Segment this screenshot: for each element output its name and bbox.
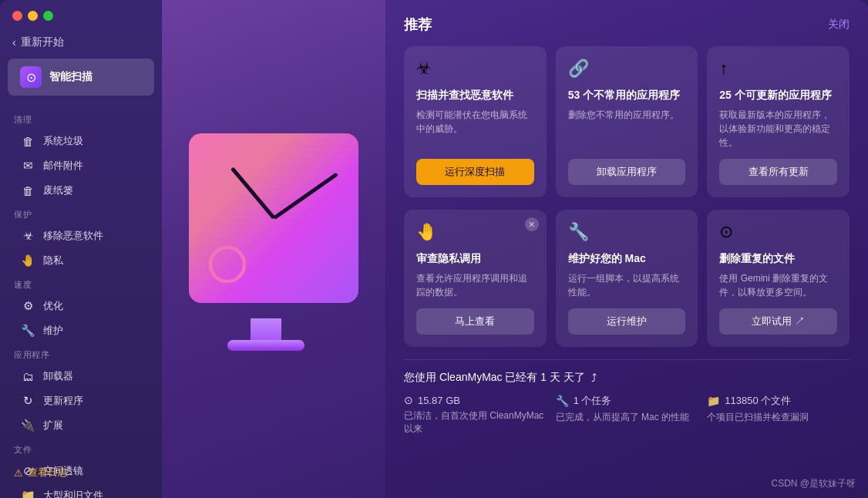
try-now-button[interactable]: 立即试用 ↗ [719, 308, 837, 335]
clock-hand-1 [230, 167, 274, 219]
trash2-icon: 🗑 [20, 184, 35, 197]
main-panel: 推荐 关闭 ☣ 扫描并查找恶意软件 检测可能潜伏在您电脑系统中的威胁。 运行深度… [385, 0, 868, 498]
sidebar-item-label-trash: 系统垃圾 [43, 134, 83, 148]
sidebar-item-label-large-files: 大型和旧文件 [43, 489, 103, 498]
duplicates-card-icon: ⊙ [719, 222, 837, 242]
section-label-apps: 应用程序 [0, 343, 162, 364]
minimize-button[interactable] [28, 11, 38, 21]
stat-tasks-desc: 已完成，从而提高了 Mac 的性能 [556, 411, 698, 424]
stat-tasks: 🔧 1 个任务 已完成，从而提高了 Mac 的性能 [556, 394, 698, 436]
sidebar-item-maintain[interactable]: 🔧 维护 [6, 318, 156, 343]
back-button[interactable]: ‹ 重新开始 [0, 31, 162, 54]
view-all-updates-button[interactable]: 查看所有更新 [719, 159, 837, 185]
sidebar-item-label-privacy: 隐私 [43, 254, 63, 268]
update-icon: ↻ [20, 394, 35, 408]
updatable-desc: 获取最新版本的应用程序，以体验新功能和更高的稳定性。 [719, 108, 837, 150]
card-privacy-review: ✕ 🤚 审查隐私调用 查看允许应用程序调用和追踪的数据。 马上查看 [404, 210, 547, 347]
stat-storage-desc: 已清洁，自首次使用 CleanMyMac 以来 [404, 409, 547, 436]
maintain-icon: 🔧 [20, 324, 35, 338]
sidebar-item-privacy[interactable]: 🤚 隐私 [6, 248, 156, 273]
back-arrow-icon: ‹ [12, 36, 16, 49]
mail-icon: ✉ [20, 159, 35, 173]
unused-apps-title: 53 个不常用的应用程序 [568, 88, 686, 102]
back-button-label: 重新开始 [21, 35, 64, 49]
stat-tasks-value: 1 个任务 [574, 394, 612, 408]
sidebar-item-label-maintain: 维护 [43, 324, 63, 338]
sidebar-item-label-extensions: 扩展 [43, 419, 63, 432]
stat-files-desc: 个项目已扫描并检查漏洞 [707, 411, 849, 424]
privacy-card-icon: 🤚 [416, 222, 534, 242]
card-close-icon[interactable]: ✕ [525, 217, 539, 231]
watermark: CSDN @是软妹子呀 [771, 477, 856, 490]
cards-row-2: ✕ 🤚 审查隐私调用 查看允许应用程序调用和追踪的数据。 马上查看 🔧 维护好您… [404, 210, 849, 347]
stat-storage-value: 15.87 GB [418, 395, 460, 406]
storage-icon: ⊙ [404, 394, 413, 406]
sidebar-item-malware[interactable]: ☣ 移除恶意软件 [6, 224, 156, 248]
trash-icon: 🗑 [20, 135, 35, 148]
section-label-protect: 保护 [0, 203, 162, 224]
card-maintain-mac: 🔧 维护好您的 Mac 运行一组脚本，以提高系统性能。 运行维护 [556, 210, 698, 347]
stat-files-value: 113850 个文件 [725, 394, 791, 408]
sidebar-item-extensions[interactable]: 🔌 扩展 [6, 413, 156, 438]
imac-stand [251, 318, 281, 342]
maintain-card-title: 维护好您的 Mac [568, 251, 686, 265]
sidebar-item-trash2[interactable]: 🗑 废纸篓 [6, 178, 156, 203]
run-maintenance-button[interactable]: 运行维护 [568, 308, 686, 335]
stat-storage-header: ⊙ 15.87 GB [404, 394, 547, 406]
large-files-icon: 📁 [20, 489, 35, 498]
section-label-clean: 清理 [0, 108, 162, 129]
view-log-button[interactable]: ⚠ 查看日志 [0, 459, 162, 486]
smart-scan-icon: ⊙ [20, 66, 42, 88]
card-updatable-apps: ↑ 25 个可更新的应用程序 获取最新版本的应用程序，以体验新功能和更高的稳定性… [707, 46, 849, 197]
center-illustration [162, 0, 385, 498]
maximize-button[interactable] [43, 11, 53, 21]
card-remove-duplicates: ⊙ 删除重复的文件 使用 Gemini 删除重复的文件，以释放更多空间。 立即试… [707, 210, 849, 347]
stat-storage: ⊙ 15.87 GB 已清洁，自首次使用 CleanMyMac 以来 [404, 394, 547, 436]
sidebar-item-uninstall[interactable]: 🗂 卸载器 [6, 364, 156, 389]
cards-row-1: ☣ 扫描并查找恶意软件 检测可能潜伏在您电脑系统中的威胁。 运行深度扫描 🔗 5… [404, 46, 849, 197]
privacy-card-desc: 查看允许应用程序调用和追踪的数据。 [416, 271, 534, 299]
uninstall-icon: 🗂 [20, 370, 35, 383]
main-title: 推荐 [404, 15, 432, 34]
clock-hand-2 [273, 173, 338, 220]
sidebar-item-trash[interactable]: 🗑 系统垃圾 [6, 129, 156, 153]
imac-screen [189, 133, 358, 303]
close-button[interactable]: 关闭 [828, 18, 849, 32]
malware-card-icon: ☣ [416, 59, 534, 79]
duplicates-card-title: 删除重复的文件 [719, 251, 837, 265]
unused-apps-desc: 删除您不常用的应用程序。 [568, 108, 686, 150]
privacy-icon: 🤚 [20, 254, 35, 268]
sidebar-item-smart-scan[interactable]: ⊙ 智能扫描 [8, 59, 154, 96]
card-unused-apps: 🔗 53 个不常用的应用程序 删除您不常用的应用程序。 卸载应用程序 [556, 46, 698, 197]
duplicates-card-desc: 使用 Gemini 删除重复的文件，以释放更多空间。 [719, 271, 837, 299]
check-now-button[interactable]: 马上查看 [416, 308, 534, 335]
close-button[interactable] [12, 11, 22, 21]
sidebar-item-label-mail: 邮件附件 [43, 159, 83, 173]
log-label: 查看日志 [28, 466, 68, 479]
maintain-card-desc: 运行一组脚本，以提高系统性能。 [568, 271, 686, 299]
sidebar-item-update[interactable]: ↻ 更新程序 [6, 389, 156, 413]
sidebar-item-optimize[interactable]: ⚙ 优化 [6, 294, 156, 318]
sidebar-item-label-uninstall: 卸载器 [43, 369, 73, 383]
malware-card-title: 扫描并查找恶意软件 [416, 88, 534, 102]
sidebar-item-label-malware: 移除恶意软件 [43, 229, 103, 243]
section-label-speed: 速度 [0, 273, 162, 294]
sidebar: ‹ 重新开始 ⊙ 智能扫描 清理 🗑 系统垃圾 ✉ 邮件附件 🗑 废纸篓 保护 … [0, 0, 162, 498]
run-deep-scan-button[interactable]: 运行深度扫描 [416, 159, 534, 185]
sidebar-item-mail[interactable]: ✉ 邮件附件 [6, 153, 156, 178]
section-label-files: 文件 [0, 438, 162, 459]
uninstall-apps-button[interactable]: 卸载应用程序 [568, 159, 686, 185]
progress-arc [204, 241, 251, 288]
imac-image [181, 126, 366, 372]
smart-scan-label: 智能扫描 [49, 70, 93, 84]
extensions-icon: 🔌 [20, 419, 35, 432]
stats-title: 您使用 CleanMyMac 已经有 1 天 天了 ⤴ [404, 371, 849, 385]
stats-section: 您使用 CleanMyMac 已经有 1 天 天了 ⤴ ⊙ 15.87 GB 已… [404, 359, 849, 436]
traffic-lights [12, 11, 53, 21]
maintain-card-icon: 🔧 [568, 222, 686, 242]
sidebar-item-label-update: 更新程序 [43, 394, 83, 408]
share-icon[interactable]: ⤴ [591, 372, 597, 384]
sidebar-item-label-trash2: 废纸篓 [43, 183, 73, 197]
optimize-icon: ⚙ [20, 299, 35, 313]
card-malware-scan: ☣ 扫描并查找恶意软件 检测可能潜伏在您电脑系统中的威胁。 运行深度扫描 [404, 46, 547, 197]
